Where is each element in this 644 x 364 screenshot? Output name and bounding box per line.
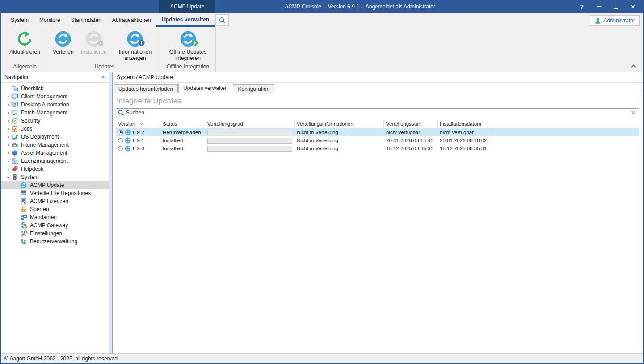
nav-item-patch-management[interactable]: Patch Management: [1, 109, 109, 117]
aktualisieren-button[interactable]: Aktualisieren: [6, 29, 44, 63]
nav-item-lizenzmanagement[interactable]: Lizenzmanagement: [1, 157, 109, 165]
chevron-right-icon: [6, 127, 9, 130]
installieren-button[interactable]: Installieren: [77, 29, 110, 63]
column-header-verteilungsstart[interactable]: Verteilungsstart: [384, 120, 438, 128]
nav-item-label: Desktop Automation: [21, 102, 69, 108]
nav-item-label: Intune Management: [21, 142, 69, 148]
lizenzmanagement-icon: [11, 157, 18, 165]
updates-verwalten-pane: Integrierte Updates ✕ Version Status Ver…: [114, 93, 641, 352]
updates-table: Version Status Verteilungsgrad Verteilun…: [116, 120, 639, 152]
context-tab-acmp-update[interactable]: ACMP Update: [159, 0, 215, 13]
verteilen-button[interactable]: Verteilen: [49, 29, 77, 63]
nav-item-acmp-update[interactable]: ACMP Update: [1, 181, 109, 189]
tab-updates-verwalten[interactable]: Updates verwalten: [178, 83, 232, 93]
nav-item-security[interactable]: Security: [1, 117, 109, 125]
close-button[interactable]: ✕: [624, 0, 641, 13]
intune-management-icon: [11, 141, 18, 148]
acmp-console-window: ACMP Console -- Version 6.9.1 -- Angemel…: [0, 0, 644, 364]
verteilen-label: Verteilen: [53, 49, 74, 55]
row-radio[interactable]: [118, 146, 123, 151]
play-badge-icon: [98, 40, 104, 48]
table-row[interactable]: 6.9.0 Installiert Nicht in Verteilung 15…: [116, 144, 639, 152]
maximize-button[interactable]: [607, 0, 624, 13]
chevron-right-icon: [6, 111, 9, 114]
table-row[interactable]: 6.9.1 Installiert Nicht in Verteilung 20…: [116, 136, 639, 144]
menu-tabs: System Monitore Stammdaten Abfrageaktion…: [5, 13, 215, 27]
chevron-right-icon: [6, 151, 9, 154]
menu-tab-stammdaten[interactable]: Stammdaten: [66, 13, 107, 27]
nav-item-client-management[interactable]: Client Management: [1, 93, 109, 101]
column-header-status[interactable]: Status: [160, 120, 205, 128]
column-header-installationsdatum[interactable]: Installationsdatum: [438, 120, 492, 128]
nav-item-label: Einstellungen: [30, 230, 62, 237]
column-header-version[interactable]: Version: [116, 120, 160, 128]
nav-item-label: System: [21, 174, 39, 180]
menu-search-button[interactable]: [215, 14, 229, 26]
nav-item-system[interactable]: System: [1, 173, 109, 181]
column-header-verteilungsinformationen[interactable]: Verteilungsinformationen: [295, 120, 384, 128]
search-input[interactable]: [126, 110, 630, 116]
nav-item-helpdesk[interactable]: Helpdesk: [1, 165, 109, 173]
nav-item-intune-management[interactable]: Intune Management: [1, 141, 109, 149]
nav-item-einstellungen[interactable]: Einstellungen: [1, 229, 109, 237]
column-header-verteilungsgrad[interactable]: Verteilungsgrad: [205, 120, 295, 128]
nav-item-desktop-automation[interactable]: Desktop Automation: [1, 101, 109, 109]
minimize-button[interactable]: [590, 0, 607, 13]
nav-item-verteilte-file-repositories[interactable]: Verteilte File Repositories: [1, 189, 109, 197]
content-panel: System / ACMP Update Updates herunterlad…: [113, 72, 643, 353]
settings-icon: [20, 230, 27, 237]
help-button[interactable]: ?: [573, 0, 590, 13]
panel-splitter[interactable]: [109, 72, 113, 353]
nav-item-label: Überblick: [21, 85, 43, 92]
titlebar: ACMP Console -- Version 6.9.1 -- Angemel…: [0, 0, 644, 13]
ribbon-collapse-button[interactable]: [629, 62, 638, 69]
nav-item-acmp-lizenzen[interactable]: ACMP Lizenzen: [1, 197, 109, 205]
update-package-icon: [125, 129, 131, 135]
table-header-row: Version Status Verteilungsgrad Verteilun…: [116, 120, 639, 128]
close-icon: ✕: [631, 4, 636, 10]
menu-tab-monitore[interactable]: Monitore: [34, 13, 66, 27]
search-icon: [219, 17, 226, 24]
menu-tab-updates-verwalten[interactable]: Updates verwalten: [156, 13, 215, 27]
minimize-icon: [597, 6, 601, 7]
table-row[interactable]: 6.9.2 Heruntergeladen Nicht in Verteilun…: [116, 128, 639, 136]
ribbon-group-allgemein: Aktualisieren Allgemein: [1, 27, 49, 72]
row-radio[interactable]: [118, 138, 123, 143]
distribution-info-value: Nicht in Verteilung: [295, 146, 384, 151]
tab-konfiguration[interactable]: Konfiguration: [233, 84, 274, 93]
pin-icon[interactable]: [100, 75, 106, 80]
nav-item-mandanten[interactable]: Mandanten: [1, 213, 109, 221]
administrator-user-button[interactable]: Administrator: [590, 15, 640, 26]
sort-desc-icon: [140, 122, 143, 125]
menu-tab-system[interactable]: System: [5, 13, 34, 27]
nav-item-label: Patch Management: [21, 110, 67, 116]
distribution-start-value: 20.01.2026 08:14:41: [384, 138, 438, 143]
update-search-box: ✕: [116, 108, 639, 117]
nav-item-os-deployment[interactable]: OS Deployment: [1, 133, 109, 141]
informationen-anzeigen-button[interactable]: Informationen anzeigen: [110, 29, 160, 63]
version-value: 6.9.1: [133, 138, 144, 143]
nav-item-benutzerverwaltung[interactable]: Benutzerverwaltung: [1, 237, 109, 245]
ribbon: Aktualisieren Allgemein Verteilen: [1, 27, 643, 72]
offline-updates-integrieren-button[interactable]: Offline-Updates integrieren: [160, 29, 215, 63]
nav-item-ueberblick[interactable]: Überblick: [1, 85, 109, 93]
menu-tab-abfrageaktionen[interactable]: Abfrageaktionen: [107, 13, 156, 27]
tab-updates-herunterladen[interactable]: Updates herunterladen: [114, 84, 178, 93]
nav-item-sperren[interactable]: Sperren: [1, 205, 109, 213]
row-radio[interactable]: [118, 130, 123, 135]
breadcrumb: System / ACMP Update: [113, 72, 643, 83]
patch-management-icon: [11, 109, 18, 116]
nav-item-label: Mandanten: [30, 214, 57, 220]
nav-item-label: ACMP Update: [30, 182, 64, 188]
status-value: Installiert: [160, 138, 205, 143]
nav-item-asset-management[interactable]: Asset Management: [1, 149, 109, 157]
installation-date-value: 20.01.2026 08:18:02: [438, 138, 492, 143]
clear-search-icon[interactable]: ✕: [630, 109, 637, 116]
upload-badge-icon: [192, 40, 198, 48]
chevron-down-icon: [6, 175, 9, 178]
nav-item-acmp-gateway[interactable]: ACMP Gateway: [1, 221, 109, 229]
nav-item-jobs[interactable]: Jobs: [1, 125, 109, 133]
installieren-label: Installieren: [81, 49, 107, 55]
distribute-icon: [55, 30, 72, 47]
window-controls: ? ✕: [573, 0, 641, 13]
